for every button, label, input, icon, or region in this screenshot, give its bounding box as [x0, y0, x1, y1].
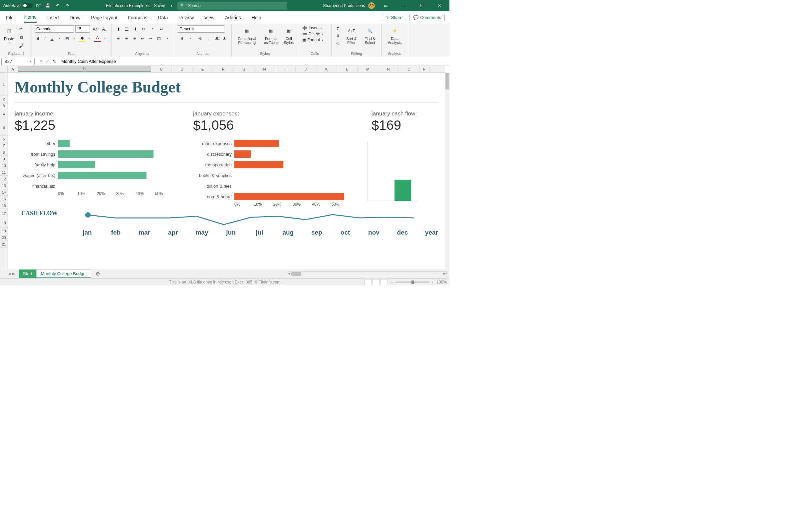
cell-styles-button[interactable]: ▦ Cell Styles [282, 25, 295, 45]
save-icon[interactable]: 💾 [45, 3, 50, 8]
row-header-7[interactable]: 7 [0, 142, 8, 149]
orientation-icon[interactable]: ⟳ [140, 25, 148, 33]
zoom-level[interactable]: 100% [436, 280, 447, 284]
close-icon[interactable]: ✕ [432, 0, 447, 11]
decrease-decimal-icon[interactable]: .0 [221, 35, 229, 42]
number-format-select[interactable] [178, 25, 224, 33]
row-header-10[interactable]: 10 [0, 163, 8, 169]
border-dropdown[interactable]: ▼ [71, 35, 78, 42]
search-box[interactable]: 🔍 Search [178, 2, 287, 10]
row-header-14[interactable]: 14 [0, 189, 8, 196]
comma-icon[interactable]: , [204, 35, 212, 42]
row-header-2[interactable]: 2 [0, 96, 8, 102]
tab-help[interactable]: Help [252, 13, 261, 22]
align-center-icon[interactable]: ≡ [123, 35, 130, 42]
tab-insert[interactable]: Insert [47, 13, 59, 22]
page-layout-view-button[interactable] [373, 279, 380, 285]
tab-home[interactable]: Home [24, 12, 37, 23]
data-analysis-button[interactable]: ⚡ Data Analysis [384, 25, 405, 45]
row-header-1[interactable]: 1 [0, 73, 8, 96]
align-left-icon[interactable]: ≡ [114, 35, 122, 42]
name-box[interactable]: B27▼ [1, 58, 35, 65]
fx-icon[interactable]: fx [53, 59, 56, 64]
cancel-formula-icon[interactable]: ✕ [39, 59, 43, 64]
find-select-button[interactable]: 🔍 Find & Select [361, 25, 378, 45]
increase-indent-icon[interactable]: ⇥ [147, 35, 154, 42]
formula-input[interactable] [59, 59, 449, 64]
format-as-table-button[interactable]: ▦ Format as Table [261, 25, 280, 45]
add-sheet-button[interactable]: ⊕ [94, 270, 102, 278]
wrap-text-icon[interactable]: ↩ [157, 25, 165, 33]
tab-addins[interactable]: Add-ins [225, 13, 241, 22]
row-header-21[interactable]: 21 [0, 241, 8, 248]
increase-font-icon[interactable]: A↑ [91, 25, 99, 33]
col-header-K[interactable]: K [316, 66, 337, 72]
redo-icon[interactable]: ↷ [65, 3, 70, 8]
maximize-icon[interactable]: ☐ [414, 0, 429, 11]
select-all-corner[interactable] [0, 66, 8, 73]
sheet-tab-start[interactable]: Start [19, 269, 36, 278]
col-header-E[interactable]: E [192, 66, 213, 72]
col-header-D[interactable]: D [172, 66, 192, 72]
underline-button[interactable]: U [49, 35, 55, 42]
zoom-out-button[interactable]: − [391, 280, 393, 284]
tab-file[interactable]: File [6, 13, 14, 22]
col-header-J[interactable]: J [296, 66, 316, 72]
sheet-tab-budget[interactable]: Monthly College Budget [36, 269, 91, 278]
worksheet-content[interactable]: Monthly College Budget january income: $… [8, 73, 445, 269]
currency-icon[interactable]: $ [178, 35, 186, 42]
share-button[interactable]: ⇧Share [382, 14, 406, 21]
format-cells-button[interactable]: ▦Format▼ [301, 37, 329, 43]
row-header-19[interactable]: 19 [0, 228, 8, 234]
font-color-button[interactable]: A [94, 35, 101, 42]
row-header-8[interactable]: 8 [0, 149, 8, 156]
minimize-icon[interactable]: — [396, 0, 411, 11]
underline-dropdown[interactable]: ▼ [56, 35, 63, 42]
row-header-4[interactable]: 4 [0, 109, 8, 119]
format-painter-icon[interactable]: 🖌 [18, 43, 25, 49]
conditional-formatting-button[interactable]: ▦ Conditional Formatting [235, 25, 259, 45]
copy-icon[interactable]: ⧉ [18, 34, 25, 41]
col-header-L[interactable]: L [337, 66, 357, 72]
row-header-20[interactable]: 20 [0, 234, 8, 241]
col-header-P[interactable]: P [420, 66, 429, 72]
clear-icon[interactable]: ◇ [334, 40, 341, 46]
align-right-icon[interactable]: ≡ [131, 35, 138, 42]
row-header-11[interactable]: 11 [0, 169, 8, 176]
col-header-H[interactable]: H [254, 66, 275, 72]
row-header-16[interactable]: 16 [0, 202, 8, 209]
percent-icon[interactable]: % [196, 35, 204, 42]
insert-cells-button[interactable]: ➕Insert▼ [301, 25, 329, 31]
horizontal-scrollbar[interactable]: ◀ ▶ [287, 271, 447, 276]
col-header-A[interactable]: A [8, 66, 18, 72]
zoom-in-button[interactable]: + [431, 280, 434, 284]
font-color-dropdown[interactable]: ▼ [101, 35, 109, 42]
filename[interactable]: FileInfo.com Example.xls - Saved [106, 3, 165, 8]
accept-formula-icon[interactable]: ✓ [45, 59, 49, 64]
decrease-font-icon[interactable]: A↓ [100, 25, 109, 33]
increase-decimal-icon[interactable]: .00 [212, 35, 220, 42]
tab-review[interactable]: Review [179, 13, 194, 22]
autosum-icon[interactable]: Σ [334, 25, 341, 32]
row-header-15[interactable]: 15 [0, 196, 8, 202]
border-button[interactable]: ⊞ [64, 35, 71, 42]
tab-page-layout[interactable]: Page Layout [91, 13, 117, 22]
row-header-17[interactable]: 17 [0, 209, 8, 218]
page-break-view-button[interactable] [380, 279, 388, 285]
sort-filter-button[interactable]: A↓Z Sort & Filter [343, 25, 359, 45]
paste-button[interactable]: 📋 Paste▼ [3, 25, 16, 45]
fill-icon[interactable]: ⬇ [334, 33, 341, 39]
merge-icon[interactable]: ⊡ [155, 35, 163, 42]
bold-button[interactable]: B [35, 35, 41, 42]
row-header-13[interactable]: 13 [0, 182, 8, 189]
row-header-3[interactable]: 3 [0, 102, 8, 109]
decrease-indent-icon[interactable]: ⇤ [139, 35, 147, 42]
undo-icon[interactable]: ↶ [55, 3, 60, 8]
align-middle-icon[interactable]: ☰ [123, 25, 131, 33]
col-header-B[interactable]: B [18, 66, 151, 72]
delete-cells-button[interactable]: ➖Delete▼ [301, 31, 329, 37]
row-header-5[interactable]: 5 [0, 119, 8, 136]
col-header-C[interactable]: C [151, 66, 172, 72]
tab-prev-icon[interactable]: ◀ [8, 271, 11, 276]
col-header-F[interactable]: F [213, 66, 234, 72]
